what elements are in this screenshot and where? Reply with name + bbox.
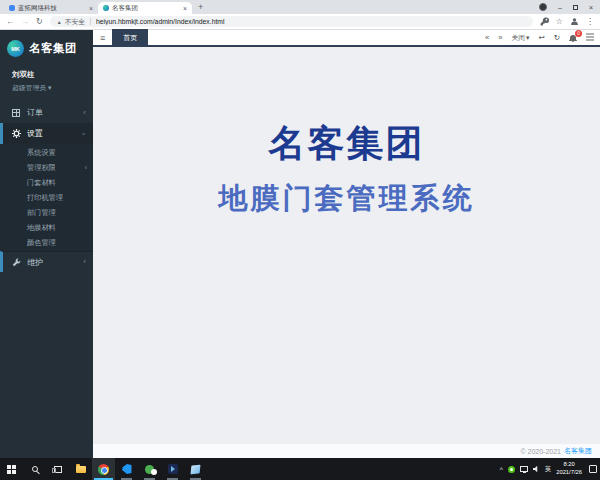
sidebar-item-maintenance[interactable]: 维护 ‹ (0, 251, 93, 272)
search-icon (32, 466, 38, 472)
notification-bell[interactable]: 0 (569, 34, 577, 42)
maximize-button[interactable] (573, 5, 578, 10)
lightblue-app-taskbar-button[interactable] (184, 458, 207, 480)
taskbar-search-button[interactable] (23, 458, 46, 480)
close-button[interactable]: × (589, 4, 593, 11)
page-footer: © 2020-2021 名客集团 (93, 444, 600, 458)
taskbar-clock[interactable]: 8:20 2021/7/26 (556, 461, 582, 477)
chevron-down-icon: ‹ (81, 132, 89, 135)
folder-icon (76, 466, 86, 473)
chevron-left-icon: ‹ (83, 258, 86, 266)
scroll-tabs-left-icon[interactable]: « (485, 33, 489, 42)
windows-logo-icon (7, 465, 16, 474)
browser-tabstrip: 蓝拓网络科技 × 名客集团 × + – × (0, 0, 600, 14)
page-title: 名客集团 (93, 119, 600, 169)
vscode-icon (122, 464, 132, 474)
tray-expand-icon[interactable]: ^ (500, 466, 503, 473)
sidebar-item-orders[interactable]: 订单 ‹ (0, 102, 93, 123)
file-explorer-button[interactable] (69, 458, 92, 480)
refresh-icon[interactable]: ↻ (554, 33, 560, 42)
wechat-tray-icon[interactable] (508, 466, 515, 473)
volume-icon[interactable] (533, 466, 540, 473)
user-role[interactable]: 超级管理员 ▾ (12, 83, 81, 93)
browser-tab-active[interactable]: 名客集团 × (98, 2, 192, 14)
submenu-item-department[interactable]: 部门管理 (0, 205, 93, 220)
network-icon[interactable] (520, 466, 528, 472)
tab1-favicon-icon (9, 5, 15, 11)
submenu-item-printer[interactable]: 打印机管理 (0, 190, 93, 205)
screen: 蓝拓网络科技 × 名客集团 × + – × ← → ↻ ▲ 不安全 heiyun… (0, 0, 600, 480)
chevron-left-icon: ‹ (85, 164, 87, 171)
orders-grid-icon (12, 109, 23, 117)
profile-icon[interactable] (539, 3, 547, 11)
back-icon[interactable]: ↩ (538, 33, 544, 42)
new-tab-button[interactable]: + (198, 2, 203, 12)
chrome-menu-icon[interactable]: ⋮ (586, 18, 594, 26)
browser-toolbar: ← → ↻ ▲ 不安全 heiyun.hbmkjt.com/admin/Inde… (0, 14, 600, 30)
bookmark-star-icon[interactable]: ☆ (556, 18, 563, 26)
submenu-label: 地膜材料 (27, 223, 56, 233)
user-name: 刘双柱 (12, 70, 81, 80)
clock-date: 2021/7/26 (556, 469, 582, 477)
submenu-item-permissions[interactable]: 管理权限‹ (0, 160, 93, 175)
task-view-button[interactable] (46, 458, 69, 480)
taskbar-apps (0, 458, 207, 480)
action-center-icon[interactable] (589, 465, 597, 473)
window-controls: – × (539, 0, 600, 14)
close-tabs-label: 关闭 (511, 33, 525, 43)
start-button[interactable] (0, 458, 23, 480)
chevron-left-icon: ‹ (83, 109, 86, 117)
submenu-label: 管理权限 (27, 163, 56, 173)
sidebar-brand[interactable]: MK 名客集团 (0, 30, 93, 65)
submenu-item-system-settings[interactable]: 系统设置 (0, 145, 93, 160)
forward-button[interactable]: → (21, 18, 29, 26)
settings-submenu: 系统设置 管理权限‹ 门套材料 打印机管理 部门管理 地膜材料 颜色管理 (0, 144, 93, 251)
clock-time: 8:20 (556, 461, 582, 469)
sidebar-item-settings[interactable]: 设置 ‹ (0, 123, 93, 144)
close-tabs-dropdown[interactable]: 关闭 ▾ (511, 33, 529, 43)
tab2-close-icon[interactable]: × (183, 5, 187, 12)
lightblue-app-icon (190, 464, 200, 474)
wechat-taskbar-button[interactable] (138, 458, 161, 480)
submenu-item-color[interactable]: 颜色管理 (0, 235, 93, 250)
password-key-icon[interactable] (540, 17, 549, 26)
tab-home[interactable]: 首页 (112, 29, 148, 46)
sidebar-item-label: 维护 (27, 257, 43, 268)
tab2-favicon-icon (103, 5, 109, 11)
security-label[interactable]: 不安全 (65, 17, 85, 27)
reload-button[interactable]: ↻ (36, 18, 43, 26)
menu-list-icon[interactable] (586, 33, 594, 43)
vscode-taskbar-button[interactable] (115, 458, 138, 480)
minimize-button[interactable]: – (558, 4, 562, 11)
page-subtitle: 地膜门套管理系统 (93, 179, 600, 219)
submenu-label: 部门管理 (27, 208, 56, 218)
scroll-tabs-right-icon[interactable]: » (498, 33, 502, 42)
taskbar: ^ 英 8:20 2021/7/26 (0, 458, 600, 480)
ime-indicator[interactable]: 英 (545, 465, 552, 474)
user-panel[interactable]: 刘双柱 超级管理员 ▾ (0, 65, 93, 102)
tab1-close-icon[interactable]: × (89, 5, 93, 12)
avatar-icon[interactable] (570, 17, 579, 26)
submenu-item-film-material[interactable]: 地膜材料 (0, 220, 93, 235)
submenu-label: 系统设置 (27, 148, 56, 158)
maximize-icon (573, 5, 578, 10)
gear-icon (12, 129, 23, 138)
submenu-label: 打印机管理 (27, 193, 63, 203)
back-button[interactable]: ← (6, 18, 14, 26)
chrome-taskbar-button[interactable] (92, 458, 115, 480)
address-bar[interactable]: ▲ 不安全 heiyun.hbmkjt.com/admin/Index/inde… (50, 16, 533, 27)
hamburger-icon[interactable]: ≡ (93, 33, 112, 43)
submenu-item-door-material[interactable]: 门套材料 (0, 175, 93, 190)
brand-name: 名客集团 (29, 41, 77, 56)
sidebar-menu: 订单 ‹ 设置 ‹ 系统设置 管理权限‹ 门套材料 打印机管理 部门管理 地膜 (0, 102, 93, 272)
footer-brand-link[interactable]: 名客集团 (564, 446, 592, 456)
main-area: ≡ 首页 « » 关闭 ▾ ↩ ↻ 0 (93, 30, 600, 458)
system-tray: ^ 英 8:20 2021/7/26 (500, 461, 600, 477)
header-actions: « » 关闭 ▾ ↩ ↻ 0 (485, 33, 600, 43)
app-header: ≡ 首页 « » 关闭 ▾ ↩ ↻ 0 (93, 30, 600, 47)
brand-logo-icon: MK (7, 40, 24, 57)
browser-tab-inactive[interactable]: 蓝拓网络科技 × (4, 2, 98, 14)
url-text[interactable]: heiyun.hbmkjt.com/admin/Index/index.html (96, 18, 224, 25)
blue-app-taskbar-button[interactable] (161, 458, 184, 480)
address-divider (90, 18, 91, 25)
